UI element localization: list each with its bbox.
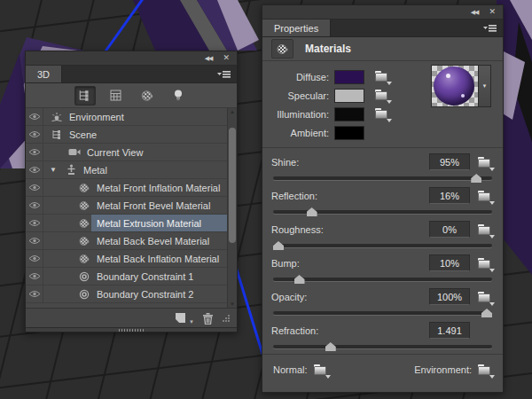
slider-thumb[interactable]	[273, 241, 284, 250]
expand-triangle-icon[interactable]: ▼	[50, 166, 64, 174]
tab-3d[interactable]: 3D	[26, 66, 62, 82]
color-swatch[interactable]	[334, 107, 364, 121]
scrollbar[interactable]: ▲ ▼	[227, 108, 237, 308]
filter-meshes-button[interactable]	[106, 86, 127, 106]
slider-thumb[interactable]	[481, 309, 492, 317]
slider-track[interactable]	[273, 172, 492, 184]
scrollbar-thumb[interactable]	[229, 128, 236, 243]
texture-folder-icon[interactable]	[375, 71, 389, 82]
slider-value-field[interactable]: 0%	[429, 221, 470, 238]
row-label: Metal Back Inflation Material	[97, 254, 219, 264]
color-swatch[interactable]	[334, 89, 364, 103]
panel-resize-bar[interactable]	[26, 327, 237, 332]
scroll-up-icon[interactable]: ▲	[228, 109, 237, 114]
visibility-eye-icon[interactable]	[26, 215, 43, 231]
scene-tree-row[interactable]: Environment	[26, 108, 237, 126]
visibility-eye-icon[interactable]	[26, 126, 43, 143]
drag-handle-icon[interactable]	[119, 329, 144, 332]
visibility-eye-icon[interactable]	[26, 179, 43, 196]
scene-tree-row[interactable]: Boundary Constraint 2	[26, 286, 237, 303]
visibility-eye-icon[interactable]	[26, 232, 43, 249]
close-panel-icon[interactable]: ✕	[223, 54, 230, 62]
slider-track[interactable]	[273, 273, 492, 285]
scene-tree-row[interactable]: Metal Front Inflation Material	[26, 179, 237, 197]
material-preview: ▼	[431, 65, 491, 107]
visibility-eye-icon[interactable]	[26, 286, 43, 302]
visibility-eye-icon[interactable]	[26, 144, 43, 160]
filter-lights-icon	[174, 90, 183, 102]
visibility-eye-icon[interactable]	[26, 250, 43, 267]
material-preview-shape-dropdown[interactable]: ▼	[478, 66, 490, 106]
filter-whole-scene-button[interactable]	[74, 86, 96, 106]
texture-folder-icon[interactable]	[478, 292, 492, 302]
texture-folder-icon[interactable]	[478, 224, 492, 235]
visibility-eye-icon[interactable]	[26, 268, 43, 285]
3d-panel-tab-row: 3D	[26, 66, 237, 83]
environment-icon	[50, 112, 64, 122]
color-swatch[interactable]	[334, 70, 364, 84]
normal-texture-folder-icon[interactable]	[314, 364, 328, 375]
panel-menu-icon[interactable]	[210, 66, 237, 82]
slider-track[interactable]	[273, 307, 492, 318]
new-item-button[interactable]	[175, 312, 186, 324]
slider-value-field[interactable]: 10%	[429, 254, 470, 271]
scene-tree-row[interactable]: Metal Front Bevel Material	[26, 197, 237, 215]
scene-tree-row[interactable]: ▼Metal	[26, 161, 237, 179]
scroll-down-icon[interactable]: ▼	[228, 301, 237, 307]
color-swatch[interactable]	[334, 126, 364, 140]
materials-icon[interactable]	[271, 39, 293, 59]
slider-value-field[interactable]: 16%	[429, 187, 470, 204]
visibility-eye-icon[interactable]	[26, 161, 43, 178]
properties-header-bar: ◀◀ ✕	[262, 5, 503, 20]
scene-tree-row[interactable]: Metal Back Inflation Material	[26, 250, 237, 268]
environment-label: Environment:	[414, 364, 472, 375]
texture-folder-icon[interactable]	[478, 258, 492, 269]
slider-track[interactable]	[273, 340, 492, 352]
resize-grip-icon[interactable]	[222, 314, 231, 323]
3d-filter-toolbar	[26, 83, 237, 108]
slider-label: Roughness:	[271, 224, 324, 235]
slider-value-field[interactable]: 100%	[429, 288, 470, 305]
material-icon	[77, 236, 91, 246]
panel-menu-icon[interactable]	[476, 20, 503, 36]
slider-thumb[interactable]	[294, 275, 305, 284]
slider-thumb[interactable]	[471, 174, 481, 183]
new-item-menu-caret-icon[interactable]: ▼	[189, 319, 194, 327]
scene-icon	[50, 129, 64, 140]
scene-tree-row[interactable]: Metal Back Bevel Material	[26, 232, 237, 250]
visibility-eye-icon[interactable]	[26, 197, 43, 214]
scene-tree-row[interactable]: Metal Extrusion Material	[26, 215, 237, 232]
scene-tree-row[interactable]: Current View	[26, 144, 237, 161]
normal-label: Normal:	[273, 364, 308, 375]
texture-folder-icon[interactable]	[478, 191, 492, 201]
material-slider-group: Opacity:100%	[271, 286, 494, 320]
texture-folder-icon[interactable]	[375, 90, 389, 100]
row-label: Metal Front Bevel Material	[97, 200, 210, 211]
texture-folder-icon[interactable]	[478, 157, 492, 168]
slider-thumb[interactable]	[307, 207, 317, 216]
slider-thumb[interactable]	[325, 342, 336, 351]
texture-folder-icon[interactable]	[375, 108, 389, 119]
slider-track[interactable]	[273, 206, 492, 217]
filter-materials-button[interactable]	[137, 86, 158, 106]
material-preview-thumbnail[interactable]	[432, 66, 478, 106]
material-color-section: ▼ Diffuse:Specular:Illumination:Ambient:	[262, 61, 503, 148]
row-label: Metal Extrusion Material	[97, 218, 201, 229]
close-panel-icon[interactable]: ✕	[489, 8, 496, 16]
slider-track[interactable]	[273, 239, 492, 251]
scene-tree-row[interactable]: Boundary Constraint 1	[26, 268, 237, 286]
collapse-to-icons-icon[interactable]: ◀◀	[471, 9, 479, 15]
slider-value-field[interactable]: 95%	[429, 153, 470, 170]
slider-value-field[interactable]: 1.491	[429, 322, 470, 339]
visibility-eye-icon[interactable]	[26, 108, 43, 125]
collapse-to-icons-icon[interactable]: ◀◀	[205, 55, 213, 61]
filter-lights-button[interactable]	[168, 86, 189, 106]
row-label: Boundary Constraint 2	[97, 289, 193, 300]
scene-tree-row[interactable]: Scene	[26, 126, 237, 144]
delete-trash-icon[interactable]	[202, 312, 214, 325]
filter-materials-icon	[141, 90, 153, 102]
environment-texture-folder-icon[interactable]	[478, 364, 492, 375]
constraint-icon	[77, 271, 91, 282]
tab-properties[interactable]: Properties	[262, 20, 331, 36]
color-property-label: Illumination:	[262, 109, 329, 120]
